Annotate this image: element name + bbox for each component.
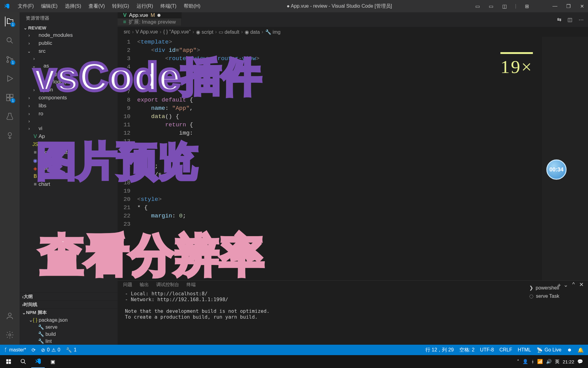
taskbar-vscode-icon[interactable] bbox=[31, 355, 45, 368]
breadcrumb[interactable]: src›V App.vue›{ } "App.vue"›◉ script›▭ d… bbox=[118, 27, 588, 37]
menu-item[interactable]: 查看(V) bbox=[85, 3, 108, 9]
folder-item[interactable]: ›vi bbox=[20, 125, 118, 132]
run-debug-icon[interactable] bbox=[5, 74, 15, 83]
npm-script[interactable]: 🔧 lint bbox=[20, 338, 118, 345]
timeline-section[interactable]: ›时间线 bbox=[20, 301, 118, 309]
explorer-icon[interactable]: 1 bbox=[5, 17, 15, 26]
layout-sidebar-icon[interactable]: ◫ bbox=[502, 3, 508, 9]
svg-point-3 bbox=[7, 61, 9, 63]
breadcrumb-item[interactable]: ▭ default bbox=[219, 29, 239, 35]
folder-item[interactable]: ›public bbox=[20, 39, 118, 47]
test-icon[interactable] bbox=[5, 112, 15, 121]
svg-rect-8 bbox=[10, 94, 13, 97]
tray-chevron-up-icon[interactable]: ˄ bbox=[517, 359, 519, 364]
panel-tab[interactable]: 问题 bbox=[123, 282, 132, 288]
menu-item[interactable]: 运行(R) bbox=[133, 3, 157, 9]
panel-tab[interactable]: 输出 bbox=[140, 282, 149, 288]
editor-tab[interactable]: VApp.vueM bbox=[118, 12, 182, 18]
start-menu-icon[interactable] bbox=[2, 355, 15, 368]
account-icon[interactable] bbox=[5, 311, 15, 321]
breadcrumb-item[interactable]: V App.vue bbox=[136, 29, 158, 35]
menu-item[interactable]: 帮助(H) bbox=[180, 3, 204, 9]
customize-layout-icon[interactable]: ⊞ bbox=[524, 3, 530, 9]
overlay-19x-badge: 19× bbox=[500, 52, 533, 78]
indentation[interactable]: 空格: 2 bbox=[459, 347, 475, 353]
tray-clock[interactable]: 21:22 bbox=[563, 359, 574, 364]
terminal-list: ❯powershell◌serve Task bbox=[524, 281, 588, 345]
language-mode[interactable]: HTML bbox=[518, 347, 531, 353]
folder-item[interactable]: ›ro bbox=[20, 110, 118, 118]
vscode-logo-icon bbox=[3, 2, 10, 10]
minimize-icon[interactable]: — bbox=[552, 3, 558, 9]
compare-changes-icon[interactable]: ⇆ bbox=[557, 17, 561, 23]
tray-wifi-icon[interactable]: 📶 bbox=[537, 359, 543, 364]
svg-rect-6 bbox=[7, 98, 9, 101]
layout-panel2-icon[interactable]: ▭ bbox=[488, 3, 494, 9]
taskbar-terminal-icon[interactable]: ▣ bbox=[46, 355, 59, 368]
extensions-icon[interactable]: 1 bbox=[5, 93, 15, 102]
explorer-badge: 1 bbox=[10, 22, 15, 27]
panel-tab[interactable]: 调试控制台 bbox=[156, 282, 179, 288]
breadcrumb-item[interactable]: ◉ script bbox=[196, 29, 213, 35]
git-branch[interactable]: ᚶ master* bbox=[4, 347, 26, 353]
activity-bar: 1 1 1 bbox=[0, 12, 20, 345]
tree-root[interactable]: ⌄REVIEW bbox=[20, 24, 118, 31]
menu-item[interactable]: 文件(F) bbox=[14, 3, 37, 9]
svg-rect-5 bbox=[7, 94, 9, 97]
folder-item[interactable]: › bbox=[20, 118, 118, 125]
npm-package[interactable]: ⌄{ } package.json bbox=[20, 316, 118, 324]
svg-rect-14 bbox=[6, 362, 9, 364]
go-live[interactable]: 📡 Go Live bbox=[537, 347, 561, 353]
menu-item[interactable]: 编辑(E) bbox=[37, 3, 61, 9]
minimap[interactable] bbox=[542, 37, 588, 280]
cursor-position[interactable]: 行 12，列 29 bbox=[425, 347, 454, 353]
menu-item[interactable]: 转到(G) bbox=[108, 3, 133, 9]
maximize-icon[interactable]: ❐ bbox=[565, 3, 571, 9]
breadcrumb-item[interactable]: 🔧 img bbox=[265, 29, 281, 35]
menu-item[interactable]: 终端(T) bbox=[157, 3, 180, 9]
tray-bluetooth-icon[interactable]: ᚼ bbox=[531, 359, 534, 364]
problems-status[interactable]: ⊘ 0 ⚠ 0 bbox=[41, 347, 60, 353]
split-editor-icon[interactable]: ◫ bbox=[567, 17, 572, 23]
title-bar: 文件(F)编辑(E)选择(S)查看(V)转到(G)运行(R)终端(T)帮助(H)… bbox=[0, 0, 588, 12]
npm-section[interactable]: ⌄NPM 脚本 bbox=[20, 309, 118, 316]
close-icon[interactable]: ✕ bbox=[579, 3, 585, 9]
eol[interactable]: CRLF bbox=[499, 347, 512, 353]
window-title: ● App.vue - review - Visual Studio Code … bbox=[204, 3, 474, 10]
tray-volume-icon[interactable]: 🔊 bbox=[546, 359, 552, 364]
breadcrumb-item[interactable]: { } "App.vue" bbox=[163, 29, 191, 35]
overlay-title-1: vsCode插件 bbox=[34, 57, 262, 97]
ports-status[interactable]: 🔧 1 bbox=[66, 347, 77, 353]
menu-item[interactable]: 选择(S) bbox=[61, 3, 85, 9]
tray-ime[interactable]: 英 bbox=[555, 359, 560, 365]
terminal-entry[interactable]: ◌serve Task bbox=[529, 292, 582, 300]
feedback-icon[interactable]: ☻ bbox=[567, 347, 572, 353]
breadcrumb-item[interactable]: src bbox=[124, 29, 130, 35]
panel-maximize-icon[interactable]: ^ bbox=[572, 281, 575, 289]
title-layout-controls: ▭ ▭ ◫ | ⊞ — ❐ ✕ bbox=[475, 3, 585, 9]
more-actions-icon[interactable]: ⋯ bbox=[579, 17, 584, 23]
folder-item[interactable]: ›node_modules bbox=[20, 31, 118, 39]
custom-ext-icon[interactable] bbox=[5, 131, 15, 140]
tray-people-icon[interactable]: 👤 bbox=[522, 359, 528, 364]
notifications-icon[interactable]: 🔔 bbox=[578, 347, 584, 353]
terminal-output[interactable]: - Local: http://localhost:8/- Network: h… bbox=[118, 289, 524, 345]
outline-section[interactable]: ›大纲 bbox=[20, 293, 118, 301]
taskbar-search-icon[interactable] bbox=[17, 355, 30, 368]
sync-icon[interactable]: ⟳ bbox=[32, 347, 36, 353]
editor-tab[interactable]: ≡扩展: Image preview bbox=[118, 18, 182, 25]
npm-script[interactable]: 🔧 build bbox=[20, 331, 118, 338]
layout-panel-icon[interactable]: ▭ bbox=[475, 3, 481, 9]
panel-close-icon[interactable]: ✕ bbox=[579, 281, 584, 289]
panel-tab[interactable]: 终端 bbox=[187, 282, 196, 288]
npm-script[interactable]: 🔧 serve bbox=[20, 324, 118, 331]
breadcrumb-item[interactable]: ◉ data bbox=[245, 29, 260, 35]
tray-notifications-icon[interactable]: 💬 bbox=[577, 359, 583, 364]
settings-gear-icon[interactable] bbox=[5, 330, 15, 340]
new-terminal-icon[interactable]: ＋ ⌄ bbox=[556, 281, 568, 289]
folder-item[interactable]: ›libs bbox=[20, 102, 118, 110]
system-tray[interactable]: ˄ 👤 ᚼ 📶 🔊 英 21:22 💬 bbox=[517, 359, 586, 365]
source-control-icon[interactable]: 1 bbox=[5, 55, 15, 64]
encoding[interactable]: UTF-8 bbox=[480, 347, 494, 353]
search-icon[interactable] bbox=[5, 36, 15, 45]
